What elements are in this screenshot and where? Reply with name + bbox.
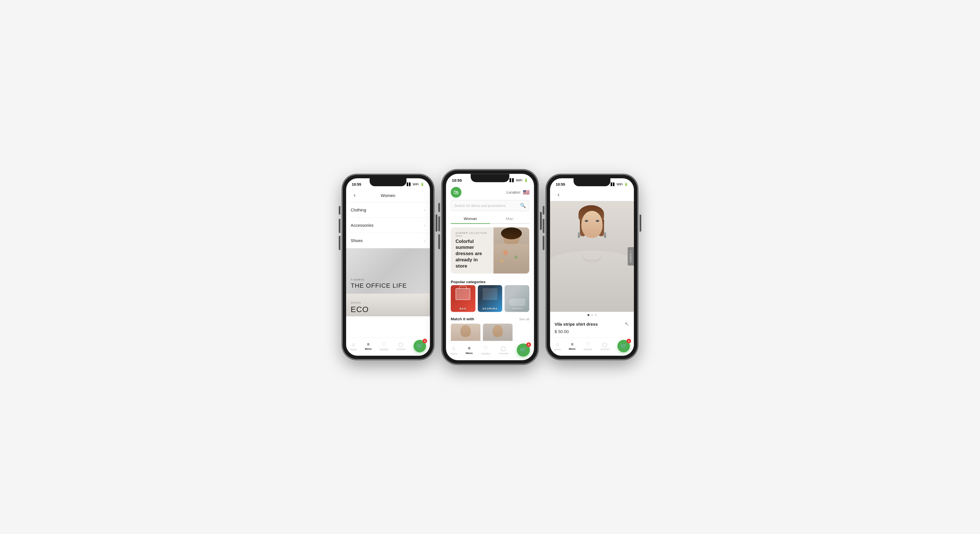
categories-row: BAG SCARVES SHOES bbox=[446, 285, 534, 316]
tab-woman[interactable]: Woman bbox=[451, 214, 490, 223]
nav-account-1[interactable]: ◯ Account bbox=[396, 342, 406, 351]
category-bag[interactable]: BAG bbox=[451, 285, 475, 312]
necklace-inner-3 bbox=[584, 258, 600, 262]
nav-home-2[interactable]: ⌂ Home bbox=[450, 345, 457, 355]
phone-3-screen: 10:55 ▋▋ WiFi 🔋 ‹ bbox=[550, 178, 634, 356]
cart-badge-1: 6 bbox=[423, 339, 427, 343]
eye-right bbox=[596, 220, 599, 222]
hero-banner: SUMMER COLLECTION 2019 Colorful summer d… bbox=[451, 227, 529, 274]
menu-item-clothing[interactable]: Clothing › bbox=[346, 202, 430, 218]
nav-cart-1[interactable]: 🛒 6 bbox=[414, 340, 426, 352]
nav-home-3[interactable]: ⌂ Home bbox=[554, 341, 561, 351]
menu-item-shoes[interactable]: Shoes › bbox=[346, 233, 430, 248]
banner-title-1: THE OFFICE LIFE bbox=[351, 282, 425, 289]
nav-home-1[interactable]: ⌂ Home bbox=[350, 341, 357, 351]
category-scarves[interactable]: SCARVES bbox=[478, 285, 503, 312]
nav-wishlist-2[interactable]: ♡ Wishlist bbox=[481, 345, 490, 355]
wishlist-label-3: Wishlist bbox=[584, 348, 592, 351]
search-icon: 🔍 bbox=[520, 202, 526, 208]
wishlist-label-2: Wishlist bbox=[481, 352, 490, 355]
status-icons-1: ▋▋ WiFi 🔋 bbox=[407, 183, 424, 186]
banner-title-2: ECO bbox=[351, 305, 425, 314]
battery-icon-1: 🔋 bbox=[420, 183, 424, 186]
location-row: Location: 🇺🇸 bbox=[506, 189, 529, 196]
wishlist-icon-3: ♡ bbox=[585, 341, 590, 347]
home-icon-2: ⌂ bbox=[452, 345, 455, 351]
model-head-area bbox=[581, 205, 603, 232]
battery-icon-2: 🔋 bbox=[524, 178, 528, 182]
model-hair bbox=[501, 227, 522, 239]
cart-badge-3: 6 bbox=[627, 339, 631, 343]
shoes-label: Shoes bbox=[351, 238, 363, 243]
share-icon[interactable]: ↗ bbox=[625, 320, 629, 327]
match-header: Match it with See all bbox=[446, 316, 534, 324]
nav-cart-2[interactable]: 🛒 6 bbox=[517, 344, 530, 357]
menu-label-2: Menu bbox=[466, 351, 473, 355]
nav-menu-3[interactable]: ≡ Menu bbox=[569, 342, 576, 350]
nav-menu-2[interactable]: ≡ Menu bbox=[466, 346, 473, 355]
notch-2 bbox=[471, 174, 509, 182]
home-icon-1: ⌂ bbox=[352, 341, 355, 347]
wifi-icon-3: WiFi bbox=[617, 183, 623, 186]
menu-label-1: Menu bbox=[365, 347, 372, 350]
earring-right bbox=[604, 232, 606, 238]
hero-text: SUMMER COLLECTION 2019 Colorful summer d… bbox=[451, 227, 493, 274]
bottom-nav-2: ⌂ Home ≡ Menu ♡ Wishlist ◯ Account 🛒 bbox=[446, 341, 534, 360]
phone-2-header: 🛍 Location: 🇺🇸 bbox=[446, 185, 534, 200]
wishlist-icon-1: ♡ bbox=[382, 341, 386, 347]
account-label-3: Account bbox=[600, 348, 609, 351]
shop-logo: 🛍 bbox=[451, 187, 461, 198]
nav-account-2[interactable]: ◯ Account bbox=[499, 346, 508, 355]
notch-3 bbox=[574, 178, 610, 186]
earring-left bbox=[578, 232, 580, 238]
hero-headline: Colorful summer dresses are already in s… bbox=[455, 238, 489, 269]
hero-model-image bbox=[494, 227, 529, 274]
product-name: Vila stripe shirt dress bbox=[555, 322, 598, 327]
bottom-nav-3: ⌂ Home ≡ Menu ♡ Wishlist ◯ Account 🛒 bbox=[550, 337, 634, 356]
dot-3 bbox=[595, 314, 597, 316]
banner-tag-2: SHOES bbox=[351, 301, 425, 304]
colors-tab[interactable]: + Colors bbox=[628, 247, 634, 266]
nav-menu-1[interactable]: ≡ Menu bbox=[365, 342, 372, 350]
signal-icon-2: ▋▋ bbox=[509, 178, 514, 182]
see-all-link[interactable]: See all bbox=[519, 317, 529, 321]
menu-item-accessories[interactable]: Accessories › bbox=[346, 218, 430, 233]
nav-cart-3[interactable]: 🛒 6 bbox=[617, 340, 630, 352]
menu-label-3: Menu bbox=[569, 347, 576, 350]
sweater-body-3 bbox=[550, 251, 634, 312]
status-time-2: 10:55 bbox=[452, 178, 462, 183]
category-shoes-label: SHOES bbox=[505, 307, 529, 310]
model-dress bbox=[494, 244, 529, 274]
scroll-content-2[interactable]: SUMMER COLLECTION 2019 Colorful summer d… bbox=[446, 224, 534, 341]
status-icons-2: ▋▋ WiFi 🔋 bbox=[509, 178, 528, 182]
phone-1-screen: 10:55 ▋▋ WiFi 🔋 ‹ Women Clothing › bbox=[346, 178, 430, 356]
page-title-1: Women bbox=[359, 193, 417, 198]
nav-wishlist-1[interactable]: ♡ Wishlist bbox=[380, 341, 388, 351]
back-button-3[interactable]: ‹ bbox=[555, 191, 563, 199]
back-button-1[interactable]: ‹ bbox=[351, 191, 359, 199]
back-icon-3: ‹ bbox=[557, 191, 559, 198]
account-icon-3: ◯ bbox=[602, 342, 607, 347]
match-card-2[interactable]: ♡ bbox=[483, 324, 513, 341]
dot-2 bbox=[591, 314, 593, 316]
product-price: $ 50.00 bbox=[555, 329, 629, 334]
wifi-icon-2: WiFi bbox=[516, 178, 522, 182]
menu-list-1: Clothing › Accessories › Shoes › T-SHIRT… bbox=[346, 202, 430, 337]
image-dots bbox=[550, 312, 634, 317]
account-label-1: Account bbox=[396, 348, 406, 351]
search-placeholder: Search for items and promotions bbox=[454, 204, 520, 208]
scarves-icon bbox=[483, 288, 498, 300]
nav-wishlist-3[interactable]: ♡ Wishlist bbox=[584, 341, 592, 351]
status-time-1: 10:55 bbox=[352, 182, 361, 187]
account-icon-2: ◯ bbox=[501, 346, 506, 351]
tab-man[interactable]: Man bbox=[490, 214, 529, 223]
phone-1-header: ‹ Women bbox=[346, 188, 430, 202]
accessories-label: Accessories bbox=[351, 223, 374, 228]
category-shoes[interactable]: SHOES bbox=[505, 285, 529, 312]
notch-1 bbox=[370, 178, 406, 186]
category-bag-label: BAG bbox=[451, 307, 475, 310]
search-bar[interactable]: Search for items and promotions 🔍 bbox=[451, 200, 529, 211]
nav-account-3[interactable]: ◯ Account bbox=[600, 342, 609, 351]
tab-woman-label: Woman bbox=[464, 217, 477, 221]
match-card-1[interactable]: ♡ bbox=[451, 324, 480, 341]
